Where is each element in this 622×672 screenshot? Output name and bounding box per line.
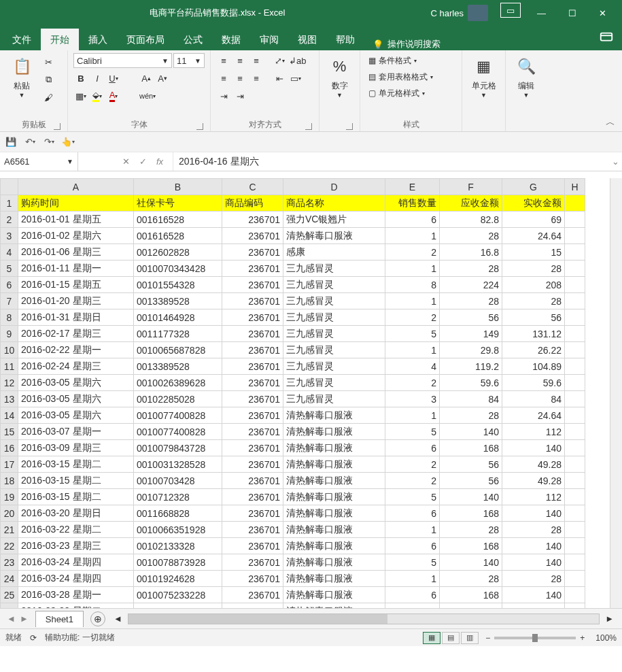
format-painter-button[interactable]: 🖌 [41,90,56,105]
sheet-nav-last[interactable]: ► [20,614,29,624]
cell[interactable]: 236701 [222,212,283,228]
cell[interactable]: 1 [385,293,440,309]
cell[interactable]: 清热解毒口服液 [283,554,385,571]
sheet-nav-first[interactable]: ◄ [7,614,16,624]
tab-review[interactable]: 审阅 [250,29,288,50]
row-header[interactable]: 14 [1,407,18,424]
row-header[interactable]: 2 [1,212,18,228]
cell[interactable]: 236701 [222,358,283,375]
cell[interactable]: 236701 [222,277,283,293]
formula-input[interactable]: 2016-04-16 星期六 [173,152,608,171]
cell[interactable]: 0010712328 [134,489,222,505]
cell[interactable]: 236701 [222,456,283,473]
add-sheet-button[interactable]: ⊕ [90,611,105,626]
align-middle-button[interactable]: ≡ [232,53,247,68]
cell[interactable]: 2016-01-06 星期三 [18,244,134,261]
cell[interactable]: 236701 [222,489,283,505]
cell[interactable]: 168 [440,538,502,554]
cell[interactable]: 28 [440,293,502,309]
user-account[interactable]: C harles [431,5,488,21]
cell[interactable]: 2016-01-20 星期三 [18,293,134,309]
zoom-out-button[interactable]: − [485,633,490,643]
cell[interactable]: 清热解毒口服液 [283,571,385,587]
row-header[interactable]: 21 [1,522,18,538]
cell[interactable]: 236701 [222,228,283,244]
tab-formulas[interactable]: 公式 [174,29,212,50]
cell[interactable]: 208 [502,277,565,293]
conditional-formatting-button[interactable]: ▦条件格式▾ [366,53,419,68]
cell[interactable]: 感康 [283,244,385,261]
cell[interactable]: 69 [502,212,565,228]
cell[interactable]: 6 [385,587,440,603]
cell[interactable]: 2016-01-31 星期日 [18,309,134,326]
cell[interactable]: 236701 [222,522,283,538]
font-size-combo[interactable]: 11▼ [173,53,205,68]
align-bottom-button[interactable]: ≡ [249,53,264,68]
cell[interactable]: 0010031328528 [134,456,222,473]
cell[interactable]: 三九感冒灵 [283,391,385,407]
row-header[interactable]: 8 [1,309,18,326]
cell[interactable]: 140 [502,440,565,456]
editing-button[interactable]: 🔍 编辑 ▼ [511,53,541,99]
cell[interactable]: 140 [502,505,565,522]
cells-button[interactable]: ▦ 单元格 ▼ [468,53,500,99]
cell[interactable]: 236701 [222,587,283,603]
cell[interactable]: 2016-03-20 星期日 [18,505,134,522]
tab-file[interactable]: 文件 [3,29,41,50]
cell[interactable]: 29.8 [440,342,502,358]
ribbon-display-options[interactable]: ▭ [500,3,521,18]
format-as-table-button[interactable]: ▤套用表格格式▾ [366,69,436,84]
row-header[interactable]: 4 [1,244,18,261]
row-header[interactable]: 11 [1,358,18,375]
cell[interactable]: 清热解毒口服液 [283,489,385,505]
cell[interactable]: 0010066351928 [134,522,222,538]
cell[interactable]: 三九感冒灵 [283,261,385,277]
cell[interactable]: 三九感冒灵 [283,277,385,293]
cell[interactable]: 131.12 [502,326,565,342]
cell[interactable]: 清热解毒口服液 [283,473,385,489]
cell[interactable]: 2016-02-22 星期一 [18,342,134,358]
cell[interactable]: 2016-03-15 星期二 [18,489,134,505]
cell[interactable]: 2016-02-24 星期三 [18,358,134,375]
cell[interactable]: 5 [385,554,440,571]
col-header[interactable]: B [134,179,222,195]
cell[interactable]: 168 [440,587,502,603]
cell[interactable]: 16.8 [440,244,502,261]
header-cell[interactable]: 商品名称 [283,195,385,212]
cell[interactable]: 224 [440,277,502,293]
row-header[interactable]: 7 [1,293,18,309]
header-cell[interactable]: 应收金额 [440,195,502,212]
row-header[interactable]: 3 [1,228,18,244]
bold-button[interactable]: B [73,71,88,86]
cell[interactable]: 26.22 [502,342,565,358]
cell[interactable]: 49.28 [502,473,565,489]
cell[interactable]: 0013389528 [134,358,222,375]
increase-indent-button[interactable]: ⇥ [216,88,231,103]
header-cell[interactable]: 购药时间 [18,195,134,212]
cell[interactable]: 56 [440,309,502,326]
cell[interactable]: 140 [440,554,502,571]
italic-button[interactable]: I [90,71,105,86]
row-header[interactable]: 15 [1,424,18,440]
cell[interactable]: 2016-03-05 星期六 [18,407,134,424]
row-header[interactable]: 1 [1,195,18,212]
cell[interactable]: 2016-01-02 星期六 [18,228,134,244]
cell[interactable]: 清热解毒口服液 [283,587,385,603]
wrap-text-button[interactable]: ↲ab [288,53,307,68]
cell[interactable]: 三九感冒灵 [283,326,385,342]
dialog-launcher-icon[interactable] [305,123,312,130]
cell[interactable]: 236701 [222,424,283,440]
normal-view-button[interactable]: ▦ [423,632,440,644]
cell[interactable]: 236701 [222,342,283,358]
row-header[interactable]: 19 [1,489,18,505]
cell[interactable]: 001616528 [134,212,222,228]
cut-button[interactable]: ✂ [41,54,56,69]
cell[interactable]: 1 [385,603,440,609]
collapse-ribbon-button[interactable]: ︿ [606,116,615,129]
cell[interactable]: 168 [440,440,502,456]
cell[interactable]: 140 [502,538,565,554]
cell[interactable]: 0010077400828 [134,424,222,440]
cell[interactable]: 2016-03-15 星期二 [18,456,134,473]
cell[interactable]: 2016-03-22 星期二 [18,522,134,538]
decrease-indent-button[interactable]: ⇤ [272,71,287,86]
